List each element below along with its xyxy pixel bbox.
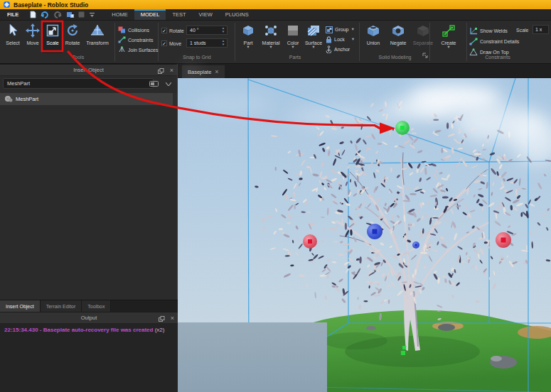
snap-rotate-checkbox[interactable]: ✓ Rotate	[161, 26, 184, 35]
collisions-toggle[interactable]: Collisions	[118, 26, 149, 34]
stepper-icon[interactable]: ▲▼	[220, 26, 226, 34]
insert-object-panel-header: Insert Object ×	[0, 64, 177, 76]
lock-button[interactable]: Lock ▼	[326, 35, 355, 44]
scale-handle-left-red[interactable]	[303, 234, 317, 249]
3d-scene[interactable]	[178, 78, 551, 392]
surface-button[interactable]: Surface ▼	[303, 22, 324, 53]
chevron-down-icon[interactable]: ▼	[269, 45, 272, 49]
filter-icon[interactable]	[149, 81, 159, 87]
rotate-button[interactable]: Rotate	[63, 22, 82, 53]
tree-branches	[337, 163, 488, 302]
join-surfaces-icon	[118, 46, 126, 53]
constraint-scale-input[interactable]: 1 x	[533, 25, 549, 34]
constraint-details-toggle[interactable]: Constraint Details	[469, 37, 519, 45]
snap-move-checkbox[interactable]: ✓ Move	[161, 39, 181, 48]
tools-section-label: Tools	[43, 55, 114, 60]
handle-center-square	[308, 239, 312, 244]
list-scroll-gutter[interactable]	[173, 93, 177, 105]
anchor-button[interactable]: Anchor	[326, 45, 350, 54]
select-button[interactable]: Select	[3, 22, 23, 53]
section-divider	[235, 23, 235, 61]
color-button[interactable]: Color ▼	[283, 22, 303, 53]
checkbox-checked-icon: ✓	[161, 40, 167, 46]
part-button[interactable]: Part ▼	[237, 22, 259, 53]
viewport: ☁ Baseplate ×	[178, 64, 551, 392]
redo-icon[interactable]	[53, 11, 62, 18]
stepper-icon[interactable]: ▲▼	[220, 39, 226, 47]
scale-handle-right-red[interactable]	[496, 232, 511, 248]
checkbox-checked-icon: ✓	[161, 28, 167, 33]
part-cube-icon	[242, 22, 255, 39]
ribbon: Select Move Scale Rotate Transform Tools…	[0, 21, 551, 64]
water	[178, 322, 327, 392]
file-menu[interactable]: FILE	[0, 9, 26, 20]
new-file-icon[interactable]	[30, 11, 36, 18]
left-dock: Insert Object × MeshPart MeshPart Insert…	[0, 64, 178, 392]
dialog-launcher-icon[interactable]	[422, 53, 428, 58]
create-button[interactable]: Create ▼	[434, 22, 464, 53]
tab-plugins[interactable]: PLUGINS	[219, 9, 255, 20]
insert-object-panel-title: Insert Object	[0, 67, 177, 73]
scale-button[interactable]: Scale	[43, 22, 63, 53]
undo-icon[interactable]	[41, 11, 49, 18]
snap-rotate-input[interactable]: 40 ° ▲▼	[186, 26, 228, 35]
scale-handle-back-blue[interactable]	[412, 241, 419, 249]
list-item-meshpart[interactable]: MeshPart	[0, 93, 177, 105]
placeholder-icon	[78, 11, 85, 18]
negate-button[interactable]: Negate	[387, 22, 410, 53]
snap-move-input[interactable]: 1 studs ▲▼	[186, 38, 228, 48]
constraints-toggle[interactable]: Constraints	[118, 36, 153, 44]
menu-bar: FILE HOME MODEL TEST VIEW PLUGINS	[0, 9, 551, 21]
scale-handle-front-blue[interactable]	[367, 224, 383, 239]
close-panel-icon[interactable]: ×	[171, 315, 174, 322]
origin-marker-green	[402, 346, 406, 349]
rock	[491, 356, 502, 361]
scale-icon	[46, 22, 59, 39]
customize-quick-access-icon[interactable]	[89, 12, 95, 18]
group-button[interactable]: Group ▼	[326, 25, 355, 34]
snap-section-label: Snap to Grid	[161, 55, 232, 60]
lock-icon	[326, 36, 332, 43]
float-panel-icon[interactable]	[159, 316, 165, 322]
tab-test[interactable]: TEST	[166, 9, 192, 20]
handle-center-square	[501, 238, 506, 243]
surface-icon	[307, 22, 320, 39]
chevron-down-icon[interactable]	[166, 82, 171, 86]
document-tab-baseplate[interactable]: ☁ Baseplate ×	[182, 65, 225, 78]
output-log-line: 22:15:34.430 - Baseplate auto-recovery f…	[0, 324, 178, 333]
transform-button[interactable]: Transform	[82, 22, 112, 53]
rock	[366, 326, 376, 330]
chevron-down-icon[interactable]: ▼	[351, 38, 355, 41]
tree-shadow	[323, 332, 387, 349]
tab-home[interactable]: HOME	[105, 9, 134, 20]
insert-object-search-input[interactable]: MeshPart	[3, 78, 154, 89]
window-title: Baseplate - Roblox Studio	[14, 1, 88, 9]
chevron-down-icon[interactable]: ▼	[246, 45, 250, 49]
material-button[interactable]: Material ▼	[260, 22, 282, 53]
dock-tab-terrain-editor[interactable]: Terrain Editor	[41, 300, 82, 312]
color-icon	[287, 22, 299, 39]
handle-center-square	[415, 244, 417, 246]
show-welds-toggle[interactable]: Show Welds	[469, 26, 508, 35]
chevron-down-icon[interactable]: ▼	[291, 45, 294, 49]
close-tab-icon[interactable]: ×	[215, 69, 218, 75]
close-panel-icon[interactable]: ×	[170, 67, 173, 74]
dock-tab-insert-object[interactable]: Insert Object	[0, 300, 41, 312]
dock-tab-toolbox[interactable]: Toolbox	[82, 300, 111, 312]
float-panel-icon[interactable]	[158, 68, 164, 74]
tab-view[interactable]: VIEW	[193, 9, 219, 20]
join-surfaces-toggle[interactable]: Join Surfaces	[118, 45, 158, 54]
chevron-down-icon[interactable]: ▼	[446, 45, 450, 49]
union-button[interactable]: Union	[363, 22, 384, 53]
show-welds-icon	[469, 27, 478, 35]
group-icon	[326, 26, 333, 33]
section-divider	[359, 23, 360, 61]
tab-model[interactable]: MODEL	[134, 9, 166, 20]
chevron-down-icon[interactable]: ▼	[311, 45, 315, 49]
scale-handle-top-green[interactable]	[395, 121, 410, 135]
constraints-section-label: Constraints	[466, 55, 530, 60]
insert-icon[interactable]	[66, 11, 74, 18]
output-panel-title: Output	[0, 315, 178, 321]
move-button[interactable]: Move	[23, 22, 43, 53]
chevron-down-icon[interactable]: ▼	[351, 28, 354, 31]
